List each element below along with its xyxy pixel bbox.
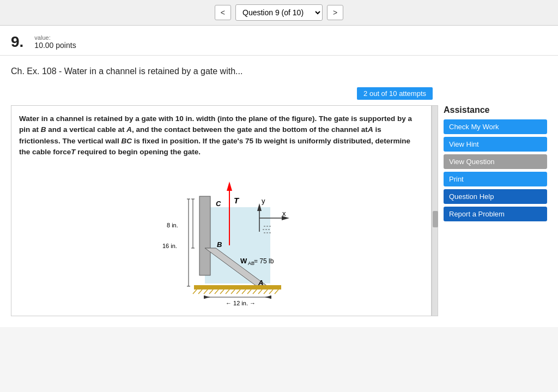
diagram-container: T y x C B A <box>19 166 423 308</box>
question-value-block: value: 10.00 points <box>34 34 76 50</box>
question-header: 9. value: 10.00 points <box>0 26 558 56</box>
view-hint-button[interactable]: View Hint <box>444 137 547 152</box>
label-y: y <box>262 197 265 205</box>
svg-line-19 <box>275 290 278 294</box>
problem-area: Water in a channel is retained by a gate… <box>11 105 547 316</box>
next-question-button[interactable]: > <box>327 5 343 20</box>
check-my-work-button[interactable]: Check My Work <box>444 119 547 134</box>
svg-line-5 <box>198 290 202 294</box>
problem-diagram: T y x C B A <box>134 166 308 308</box>
svg-line-16 <box>258 290 262 294</box>
svg-marker-36 <box>265 295 271 299</box>
svg-rect-1 <box>199 196 210 275</box>
question-selector[interactable]: Question 9 (of 10) <box>235 4 323 21</box>
label-T: T <box>234 196 240 205</box>
label-8in: 8 in. <box>167 222 178 228</box>
svg-line-4 <box>193 290 197 294</box>
svg-line-14 <box>247 290 251 294</box>
report-problem-button[interactable]: Report a Problem <box>444 207 547 221</box>
points-value: 10.00 points <box>34 41 76 50</box>
svg-line-7 <box>209 290 213 294</box>
scrollbar-thumb[interactable] <box>433 211 438 227</box>
problem-text-column: Water in a channel is retained by a gate… <box>11 105 432 316</box>
svg-rect-3 <box>194 285 281 290</box>
main-content: Ch. Ex. 108 - Water in a channel is reta… <box>0 56 558 327</box>
scrollbar-track[interactable] <box>432 105 438 316</box>
svg-marker-35 <box>204 295 210 299</box>
assistance-column: Assistance Check My Work View Hint View … <box>438 105 547 224</box>
question-title: Ch. Ex. 108 - Water in a channel is reta… <box>11 67 547 76</box>
svg-line-18 <box>269 290 273 294</box>
label-75lb: = 75 lb <box>254 257 274 265</box>
svg-line-15 <box>253 290 257 294</box>
svg-line-6 <box>204 290 208 294</box>
attempts-badge: 2 out of 10 attempts <box>357 87 433 100</box>
svg-line-12 <box>236 290 240 294</box>
label-WAB: W <box>240 257 247 265</box>
assistance-title: Assistance <box>444 105 547 115</box>
prev-question-button[interactable]: < <box>215 5 231 20</box>
top-navigation: < Question 9 (of 10) > <box>0 0 558 26</box>
attempts-container: 2 out of 10 attempts <box>11 87 547 100</box>
svg-line-8 <box>215 290 219 294</box>
view-question-button[interactable]: View Question <box>444 154 547 169</box>
svg-line-9 <box>220 290 224 294</box>
print-button[interactable]: Print <box>444 172 547 186</box>
problem-text: Water in a channel is retained by a gate… <box>19 113 423 158</box>
svg-line-17 <box>264 290 268 294</box>
svg-marker-21 <box>227 182 232 191</box>
svg-line-11 <box>231 290 235 294</box>
label-A: A <box>258 279 263 287</box>
label-C: C <box>216 200 221 208</box>
svg-line-13 <box>242 290 246 294</box>
value-label: value: <box>34 34 76 41</box>
question-number: 9. <box>11 34 23 50</box>
label-x: x <box>282 209 286 218</box>
svg-line-10 <box>226 290 229 294</box>
label-12in: ← 12 in. → <box>226 300 256 306</box>
question-help-button[interactable]: Question Help <box>444 189 547 204</box>
label-16in: 16 in. <box>162 243 177 249</box>
label-B: B <box>217 240 222 249</box>
